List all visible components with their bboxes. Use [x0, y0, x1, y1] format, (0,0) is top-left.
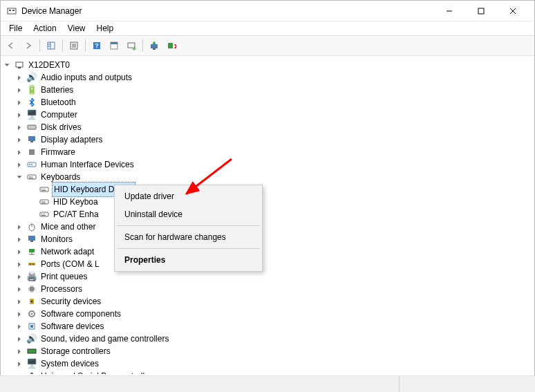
expander-icon[interactable] [15, 334, 24, 344]
expander-icon[interactable] [15, 110, 24, 120]
tree-item-ports[interactable]: Ports (COM & L [15, 258, 533, 270]
svg-rect-51 [41, 214, 42, 214]
tree-root[interactable]: X12DEXT0 [2, 59, 533, 71]
menu-help[interactable]: Help [91, 22, 120, 35]
context-uninstall-device[interactable]: Uninstall device [116, 205, 261, 223]
expander-icon[interactable] [15, 97, 24, 107]
expander-icon[interactable] [15, 135, 24, 144]
expander-icon[interactable] [15, 247, 24, 256]
device-tree[interactable]: X12DEXT0 🔊Audio inputs and outputs 🔋Batt… [1, 56, 534, 374]
context-properties[interactable]: Properties [116, 251, 261, 269]
menu-file[interactable]: File [3, 22, 28, 35]
update-driver-button[interactable] [147, 38, 162, 53]
tree-item-disk[interactable]: Disk drives [15, 121, 533, 133]
tree-item-monitors[interactable]: Monitors [15, 233, 533, 245]
svg-point-34 [31, 164, 32, 165]
expander-icon[interactable] [15, 73, 24, 82]
tree-item-software-components[interactable]: Software components [15, 308, 533, 320]
expander-icon[interactable] [15, 222, 24, 232]
keyboard-icon [39, 196, 50, 207]
context-update-driver[interactable]: Update driver [116, 187, 261, 205]
expander-icon[interactable] [15, 359, 24, 368]
expander-icon[interactable] [15, 272, 24, 281]
battery-icon: 🔋 [26, 84, 37, 95]
keyboard-icon [39, 184, 50, 195]
tree-item-pcat-keyboard[interactable]: PC/AT Enha [27, 208, 533, 221]
minimize-button[interactable] [433, 1, 465, 21]
scan-button[interactable]: ↻ [124, 38, 139, 53]
tree-item-computer[interactable]: 🖥️Computer [15, 109, 533, 121]
maximize-button[interactable] [465, 1, 497, 21]
tree-item-hid[interactable]: Human Interface Devices [15, 158, 533, 171]
expander-icon[interactable] [15, 321, 24, 331]
svg-rect-48 [44, 201, 45, 202]
toolbar: ? ↻ ✕ [1, 35, 534, 56]
tree-item-mice[interactable]: Mice and other [15, 221, 533, 233]
svg-rect-38 [32, 176, 32, 177]
expander-icon [27, 197, 37, 207]
expander-icon[interactable] [15, 259, 24, 269]
titlebar: Device Manager [1, 1, 534, 21]
tree-item-security[interactable]: Security devices [15, 295, 533, 308]
expander-icon[interactable] [15, 346, 24, 356]
menu-action[interactable]: Action [28, 22, 62, 35]
printer-icon: 🖨️ [26, 271, 37, 282]
tree-item-firmware[interactable]: Firmware [15, 146, 533, 158]
svg-rect-4 [478, 8, 484, 14]
uninstall-button[interactable]: ✕ [164, 38, 179, 53]
expander-icon[interactable] [15, 147, 24, 157]
show-hide-tree-button[interactable] [44, 38, 59, 53]
tree-item-system[interactable]: 🖥️System devices [15, 357, 533, 370]
close-button[interactable] [497, 1, 529, 21]
svg-rect-43 [44, 189, 45, 189]
tree-item-usb[interactable]: Universal Serial Bus controllers [15, 370, 533, 374]
sound-icon: 🔊 [26, 333, 37, 344]
computer-icon: 🖥️ [26, 109, 37, 120]
help-button[interactable]: ? [89, 38, 104, 53]
svg-text:?: ? [95, 42, 99, 49]
svg-rect-7 [48, 42, 55, 49]
tree-item-display[interactable]: Display adapters [15, 133, 533, 146]
tree-item-printqueues[interactable]: 🖨️Print queues [15, 270, 533, 283]
expander-icon[interactable] [15, 234, 24, 244]
tree-item-storage[interactable]: Storage controllers [15, 345, 533, 357]
context-scan-hardware[interactable]: Scan for hardware changes [116, 228, 261, 246]
toolbar-separator [142, 39, 143, 52]
svg-rect-28 [28, 125, 36, 129]
toolbar-separator [39, 39, 40, 52]
expander-icon[interactable] [15, 309, 24, 319]
expander-icon[interactable] [15, 172, 24, 182]
keyboard-icon [26, 171, 37, 183]
svg-point-64 [32, 263, 34, 265]
svg-rect-80 [28, 349, 36, 353]
svg-rect-46 [41, 201, 42, 202]
tree-item-sound[interactable]: 🔊Sound, video and game controllers [15, 333, 533, 345]
tree-item-hid-keyboard-1[interactable]: HID Keyboard Device [27, 183, 533, 196]
tree-item-audio[interactable]: 🔊Audio inputs and outputs [15, 71, 533, 84]
expander-icon[interactable] [15, 160, 24, 169]
expander-icon[interactable] [2, 60, 12, 70]
tree-item-network[interactable]: Network adapt [15, 245, 533, 258]
properties-button[interactable] [66, 38, 82, 53]
expander-icon[interactable] [15, 122, 24, 132]
expander-icon[interactable] [15, 297, 24, 306]
svg-rect-1 [9, 10, 11, 11]
forward-button[interactable] [21, 38, 36, 53]
tree-item-hid-keyboard-2[interactable]: HID Keyboa [27, 196, 533, 208]
tree-item-software-devices[interactable]: Software devices [15, 320, 533, 333]
tree-item-batteries[interactable]: 🔋Batteries [15, 84, 533, 96]
expander-icon [27, 185, 37, 194]
action-button[interactable] [106, 38, 122, 53]
menu-view[interactable]: View [62, 22, 91, 35]
tree-item-processors[interactable]: Processors [15, 283, 533, 295]
expander-icon[interactable] [15, 371, 24, 374]
svg-rect-58 [30, 241, 33, 242]
expander-icon[interactable] [15, 85, 24, 95]
expander-icon[interactable] [15, 284, 24, 294]
tree-item-bluetooth[interactable]: Bluetooth [15, 96, 533, 109]
back-button[interactable] [3, 38, 19, 53]
network-icon [26, 246, 37, 257]
svg-rect-47 [43, 201, 44, 202]
svg-text:↻: ↻ [132, 46, 136, 50]
software-icon [26, 308, 37, 319]
